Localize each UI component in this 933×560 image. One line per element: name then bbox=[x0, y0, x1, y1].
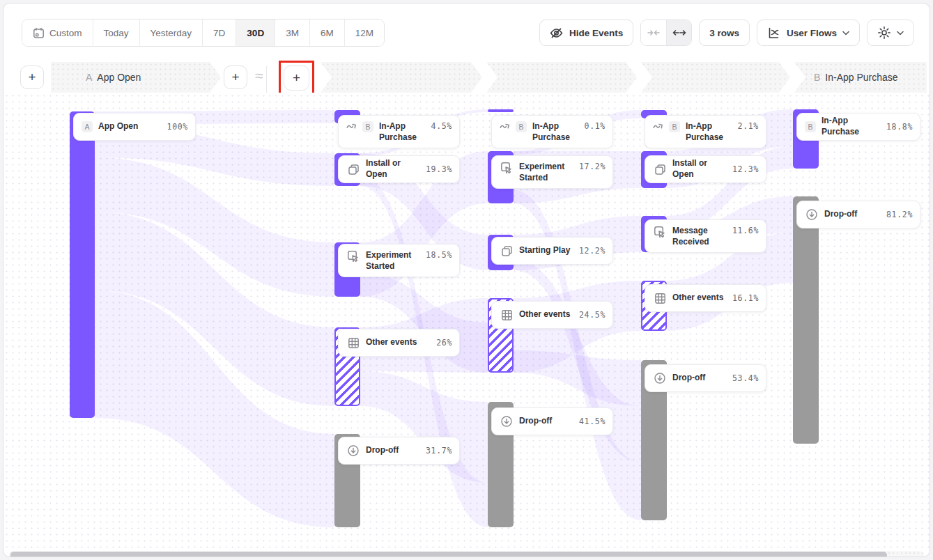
step-a-label: App Open bbox=[97, 72, 141, 83]
flow-node-card-in-app-purchase[interactable]: BIn-App Purchase0.1% bbox=[491, 115, 613, 148]
flow-node-card-in-app-purchase[interactable]: BIn-App Purchase4.5% bbox=[338, 115, 460, 148]
flow-node-card-in-app-purchase[interactable]: BIn-App Purchase2.1% bbox=[645, 115, 766, 148]
date-range-yesterday[interactable]: Yesterday bbox=[140, 20, 203, 46]
highlight-box: + bbox=[279, 61, 314, 95]
event-name: Other events bbox=[672, 293, 727, 304]
collapse-columns-button[interactable] bbox=[641, 20, 666, 45]
add-step-after-a-button[interactable]: + bbox=[224, 65, 247, 89]
squares-icon bbox=[346, 164, 360, 176]
event-letter-badge: B bbox=[516, 121, 527, 132]
flow-node-card-experiment-started[interactable]: Experiment Started18.5% bbox=[338, 244, 460, 277]
date-range-7d[interactable]: 7D bbox=[203, 20, 236, 46]
flow-node-card-drop-off[interactable]: Drop-off81.2% bbox=[796, 201, 920, 228]
add-step-before-button[interactable]: + bbox=[20, 65, 44, 89]
date-range-label: 7D bbox=[213, 28, 225, 38]
date-range-label: 6M bbox=[321, 28, 334, 38]
grid-icon bbox=[653, 293, 667, 304]
event-percent: 16.1% bbox=[732, 293, 759, 303]
calendar-icon bbox=[33, 27, 45, 39]
date-range-6m[interactable]: 6M bbox=[310, 20, 345, 46]
horizontal-scrollbar-thumb[interactable] bbox=[10, 552, 887, 557]
step-b-band[interactable]: B In-App Purchase bbox=[794, 62, 927, 93]
gear-icon bbox=[877, 26, 891, 40]
date-range-label: 3M bbox=[286, 28, 299, 38]
dropoff-icon bbox=[346, 444, 360, 457]
flow-bar-in-app-purchase[interactable] bbox=[488, 109, 514, 112]
rows-button[interactable]: 3 rows bbox=[699, 20, 750, 46]
event-name: Other events bbox=[519, 309, 573, 320]
click-icon bbox=[500, 162, 514, 174]
event-name: Message Received bbox=[672, 226, 727, 247]
hide-events-button[interactable]: Hide Events bbox=[539, 20, 633, 46]
event-name: Drop-off bbox=[519, 416, 573, 427]
event-percent: 31.7% bbox=[426, 446, 452, 456]
step-b-badge: B bbox=[814, 72, 820, 83]
flow-ribbon bbox=[360, 371, 488, 483]
chevron-down-icon bbox=[897, 31, 904, 36]
flow-node-card-experiment-started[interactable]: Experiment Started17.2% bbox=[491, 155, 613, 189]
date-range-30d[interactable]: 30D bbox=[236, 20, 275, 46]
event-percent: 24.5% bbox=[579, 310, 606, 320]
flow-band-3[interactable] bbox=[641, 62, 790, 93]
flow-node-card-app-open[interactable]: AApp Open100% bbox=[73, 113, 196, 141]
event-name: Drop-off bbox=[824, 209, 881, 220]
date-range-label: Custom bbox=[49, 28, 82, 38]
toolbar-right: Hide Events 3 rows User Flows bbox=[539, 20, 914, 46]
date-range-today[interactable]: Today bbox=[93, 20, 140, 46]
hide-events-label: Hide Events bbox=[569, 28, 623, 38]
expand-columns-button[interactable] bbox=[666, 20, 691, 45]
grid-icon bbox=[500, 309, 514, 321]
user-flows-report: CustomTodayYesterday7D30D3M6M12M Hide Ev… bbox=[3, 3, 930, 557]
event-percent: 11.6% bbox=[732, 226, 759, 235]
dropoff-icon bbox=[805, 208, 819, 221]
step-header-row: + A App Open + ≈ + B In-App Purchase bbox=[3, 62, 930, 93]
event-percent: 41.5% bbox=[579, 417, 606, 426]
flow-band-2[interactable] bbox=[486, 62, 637, 93]
flow-node-card-message-received[interactable]: Message Received11.6% bbox=[645, 219, 766, 253]
step-a-band[interactable]: A App Open bbox=[51, 62, 221, 93]
flow-node-card-install-or-open[interactable]: Install or Open19.3% bbox=[338, 155, 460, 183]
settings-dropdown[interactable] bbox=[867, 20, 914, 46]
event-percent: 0.1% bbox=[585, 121, 606, 131]
event-name: Drop-off bbox=[672, 373, 727, 384]
event-percent: 12.2% bbox=[579, 246, 606, 256]
date-range-12m[interactable]: 12M bbox=[345, 20, 384, 46]
chart-type-dropdown[interactable]: User Flows bbox=[757, 20, 860, 46]
event-name: Experiment Started bbox=[519, 162, 573, 183]
expand-collapse-segmented bbox=[640, 20, 692, 46]
dropoff-icon bbox=[500, 415, 514, 428]
event-percent: 4.5% bbox=[431, 121, 452, 131]
add-step-button[interactable]: + bbox=[284, 65, 309, 91]
date-range-3m[interactable]: 3M bbox=[275, 20, 310, 46]
event-letter-badge: B bbox=[362, 121, 373, 132]
step-a-badge: A bbox=[86, 72, 92, 83]
flow-node-card-other-events[interactable]: Other events24.5% bbox=[491, 301, 613, 329]
flow-bar-app-open[interactable] bbox=[70, 111, 95, 418]
event-percent: 81.2% bbox=[886, 210, 913, 219]
flow-band-1[interactable] bbox=[321, 62, 482, 93]
flow-node-card-in-app-purchase[interactable]: BIn-App Purchase18.8% bbox=[796, 113, 920, 141]
click-icon bbox=[346, 250, 360, 263]
flow-node-card-drop-off[interactable]: Drop-off53.4% bbox=[645, 364, 766, 392]
event-name: Other events bbox=[366, 337, 431, 348]
flows-chart-icon bbox=[767, 26, 781, 40]
approx-symbol: ≈ bbox=[255, 68, 263, 84]
event-letter-badge: B bbox=[805, 121, 816, 132]
toolbar: CustomTodayYesterday7D30D3M6M12M Hide Ev… bbox=[22, 19, 914, 47]
event-percent: 100% bbox=[167, 122, 188, 132]
flow-bar-drop-off[interactable] bbox=[793, 196, 819, 444]
date-range-custom[interactable]: Custom bbox=[22, 20, 93, 46]
flow-node-card-other-events[interactable]: Other events16.1% bbox=[645, 284, 766, 312]
click-icon bbox=[653, 226, 667, 238]
event-name: Drop-off bbox=[366, 445, 420, 456]
flow-node-card-install-or-open[interactable]: Install or Open12.3% bbox=[645, 155, 766, 183]
flow-node-card-drop-off[interactable]: Drop-off31.7% bbox=[338, 437, 460, 465]
flow-node-card-other-events[interactable]: Other events26% bbox=[338, 329, 460, 357]
chart-type-label: User Flows bbox=[787, 28, 837, 38]
flow-node-card-drop-off[interactable]: Drop-off41.5% bbox=[491, 407, 613, 435]
flow-node-card-starting-play[interactable]: Starting Play12.2% bbox=[491, 237, 613, 265]
trend-icon bbox=[653, 121, 663, 131]
chevron-down-icon bbox=[842, 31, 849, 36]
grid-icon bbox=[346, 337, 360, 349]
trend-icon bbox=[346, 121, 357, 131]
